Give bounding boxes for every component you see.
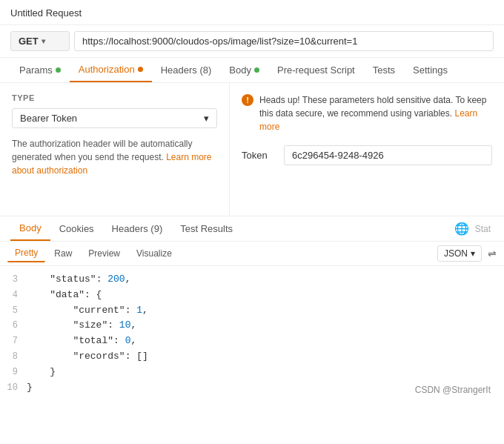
view-raw[interactable]: Raw [47, 245, 79, 262]
body-dot [254, 67, 259, 73]
method-select[interactable]: GET ▾ [10, 31, 70, 51]
title-bar: Untitled Request [0, 0, 504, 25]
body-toolbar: Pretty Raw Preview Visualize JSON ▾ ⇌ [0, 242, 504, 266]
code-line-9: 9 } [0, 365, 504, 380]
warning-banner: ! Heads up! These parameters hold sensit… [242, 93, 492, 133]
resp-tab-right-actions: 🌐 Stat [454, 222, 494, 236]
tab-settings[interactable]: Settings [404, 59, 457, 82]
page-title: Untitled Request [10, 7, 82, 19]
auth-type-label: TYPE [12, 93, 217, 102]
auth-left-panel: TYPE Bearer Token ▾ The authorization he… [0, 83, 230, 216]
code-line-4: 4 "data": { [0, 288, 504, 303]
tab-authorization[interactable]: Authorization [70, 58, 152, 82]
token-row: Token [242, 145, 492, 165]
params-dot [56, 67, 61, 73]
token-input[interactable] [284, 145, 492, 165]
format-label: JSON [444, 248, 468, 259]
watermark: CSDN @StrangerIt [415, 385, 491, 395]
resp-tab-cookies[interactable]: Cookies [50, 217, 103, 240]
code-line-7: 7 "total": 0, [0, 334, 504, 349]
url-bar: GET ▾ [0, 25, 504, 58]
request-tabs: Params Authorization Headers (8) Body Pr… [0, 58, 504, 83]
auth-description: The authorization header will be automat… [12, 137, 217, 177]
authorization-dot [138, 67, 143, 72]
chevron-down-icon: ▾ [42, 37, 45, 45]
method-label: GET [19, 36, 39, 47]
code-line-5: 5 "current": 1, [0, 303, 504, 319]
code-line-3: 3 "status": 200, [0, 272, 504, 288]
url-input[interactable] [74, 31, 494, 51]
warning-text: Heads up! These parameters hold sensitiv… [259, 93, 492, 133]
response-section: Body Cookies Headers (9) Test Results 🌐 … [0, 216, 504, 401]
chevron-down-icon: ▾ [471, 248, 475, 259]
tab-pre-request[interactable]: Pre-request Script [268, 59, 364, 82]
response-body-code: 3 "status": 200, 4 "data": { 5 "current"… [0, 266, 504, 401]
auth-type-value: Bearer Token [20, 113, 77, 124]
globe-icon: 🌐 [454, 222, 469, 236]
chevron-down-icon: ▾ [204, 113, 209, 124]
warning-icon: ! [242, 94, 253, 106]
auth-type-dropdown[interactable]: Bearer Token ▾ [12, 108, 217, 128]
tab-tests[interactable]: Tests [364, 59, 404, 82]
resp-tab-headers[interactable]: Headers (9) [103, 217, 172, 240]
resp-tab-body[interactable]: Body [10, 216, 50, 241]
code-line-8: 8 "records": [] [0, 349, 504, 365]
token-label: Token [242, 150, 275, 161]
format-select[interactable]: JSON ▾ [437, 245, 482, 262]
resp-tab-test-results[interactable]: Test Results [171, 217, 242, 240]
auth-right-panel: ! Heads up! These parameters hold sensit… [230, 83, 504, 216]
tab-params[interactable]: Params [10, 59, 70, 82]
view-preview[interactable]: Preview [81, 245, 127, 262]
tab-headers[interactable]: Headers (8) [152, 59, 221, 82]
view-visualize[interactable]: Visualize [129, 245, 179, 262]
code-line-6: 6 "size": 10, [0, 318, 504, 334]
response-tabs: Body Cookies Headers (9) Test Results 🌐 … [0, 216, 504, 242]
tab-body[interactable]: Body [220, 59, 268, 82]
status-label: Stat [475, 224, 491, 234]
wrap-icon[interactable]: ⇌ [488, 248, 497, 259]
auth-section: TYPE Bearer Token ▾ The authorization he… [0, 83, 504, 216]
view-pretty[interactable]: Pretty [7, 245, 45, 262]
